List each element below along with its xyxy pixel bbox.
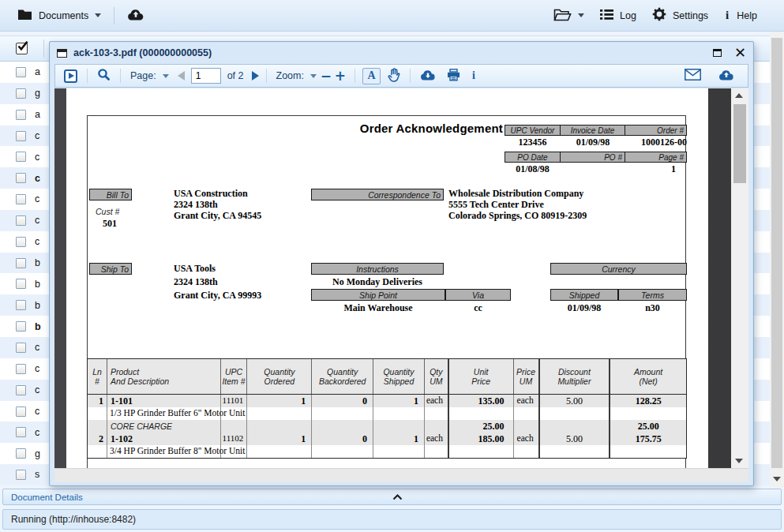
- row-checkbox[interactable]: [16, 194, 26, 204]
- header-page-number: Page #: [625, 152, 687, 163]
- row-checkbox[interactable]: [16, 448, 26, 459]
- items-column-header: QuantityBackordered: [311, 359, 373, 394]
- document-name-truncated: c: [35, 215, 39, 226]
- via-label: Via: [445, 289, 511, 301]
- page-label: Page:: [130, 70, 156, 81]
- row-checkbox[interactable]: [16, 215, 26, 226]
- document-name-truncated: c: [35, 363, 39, 374]
- item-cell: CORE CHARGE: [107, 420, 220, 433]
- header-invoice-date: Invoice Date: [561, 125, 625, 136]
- upload-to-cloud-button[interactable]: [716, 69, 737, 83]
- document-info-button[interactable]: i: [467, 69, 480, 82]
- item-cell: 5.00: [538, 395, 610, 407]
- folder-open-icon: [553, 8, 572, 24]
- row-checkbox[interactable]: [16, 385, 26, 395]
- item-description: 1/3 HP Grinder Buffer 6" Motor Unit: [110, 408, 245, 418]
- items-column-header: UnitPrice: [448, 359, 513, 394]
- ship-to-label: Ship To: [89, 263, 132, 275]
- row-checkbox[interactable]: [16, 67, 26, 77]
- scroll-down-arrow-icon[interactable]: [735, 459, 743, 463]
- row-checkbox[interactable]: [16, 427, 26, 437]
- upload-button[interactable]: [119, 0, 152, 31]
- row-checkbox[interactable]: [16, 258, 26, 268]
- scroll-down-arrow-icon[interactable]: [773, 477, 781, 481]
- chevron-down-icon: [578, 13, 584, 17]
- item-cell: 11102: [220, 433, 247, 445]
- scrollbar-thumb[interactable]: [733, 104, 746, 183]
- row-checkbox[interactable]: [16, 364, 26, 374]
- row-checkbox[interactable]: [16, 88, 26, 99]
- previous-page-button[interactable]: [178, 71, 185, 81]
- bill-to-label: Bill To: [89, 189, 132, 200]
- documents-menu-button[interactable]: Documents: [9, 0, 109, 31]
- item-cell: [424, 420, 448, 433]
- row-checkbox[interactable]: [16, 173, 26, 183]
- row-checkbox[interactable]: [16, 321, 26, 332]
- cloud-download-icon: [420, 69, 436, 83]
- zoom-menu-button[interactable]: Zoom:: [274, 70, 319, 81]
- document-name-truncated: c: [35, 173, 40, 184]
- item-cell: each: [513, 395, 538, 407]
- pan-tool-button[interactable]: [385, 68, 403, 84]
- item-cell: [609, 407, 686, 420]
- item-cell: 0: [311, 433, 373, 445]
- viewer-scrollbar[interactable]: [731, 88, 748, 468]
- email-button[interactable]: [682, 69, 703, 83]
- line-items-table: Ln#ProductAnd DescriptionUPCItem #Quanti…: [87, 358, 687, 459]
- row-checkbox[interactable]: [16, 279, 26, 289]
- item-cell: 1-102: [107, 433, 220, 445]
- scroll-up-arrow-icon[interactable]: [735, 93, 743, 98]
- main-scrollbar[interactable]: [770, 32, 784, 487]
- row-checkbox[interactable]: [16, 131, 26, 141]
- scrollbar-thumb[interactable]: [771, 38, 782, 468]
- correspondence-to-label: Correspondence To: [311, 189, 444, 200]
- print-button[interactable]: [445, 69, 463, 84]
- zoom-out-button[interactable]: −: [319, 69, 333, 82]
- status-text: Running (http://inhouse:8482): [11, 514, 136, 525]
- row-checkbox[interactable]: [16, 343, 26, 353]
- log-button[interactable]: Log: [592, 0, 644, 31]
- order-info-table: UPC Vendor Invoice Date Order # 123456 0…: [505, 125, 687, 176]
- toolbar-divider: [114, 7, 114, 24]
- row-checkbox[interactable]: [16, 470, 26, 480]
- document-details-bar[interactable]: Document Details: [2, 489, 782, 505]
- documents-menu-label: Documents: [39, 10, 88, 21]
- horizontal-scroll-area[interactable]: [54, 468, 748, 482]
- download-button[interactable]: [418, 69, 438, 83]
- search-button[interactable]: [95, 68, 113, 84]
- row-checkbox[interactable]: [16, 237, 26, 247]
- item-line: 11-10111101101each135.00each5.00128.25: [88, 395, 686, 407]
- log-label: Log: [620, 10, 636, 21]
- row-checkbox[interactable]: [16, 110, 26, 120]
- currency-label: Currency: [550, 263, 687, 275]
- maximize-button[interactable]: [713, 49, 722, 57]
- text-select-button[interactable]: A: [362, 68, 381, 84]
- row-checkbox[interactable]: [16, 152, 26, 162]
- settings-label: Settings: [673, 10, 708, 21]
- shipped-value: 01/09/98: [550, 302, 618, 314]
- terms-value: n30: [618, 302, 687, 314]
- item-cell: [373, 445, 424, 458]
- list-icon: [600, 9, 613, 23]
- item-cell: [538, 420, 610, 433]
- item-cell: 1: [246, 395, 311, 407]
- upc-vendor-value: 123456: [505, 136, 561, 149]
- settings-button[interactable]: Settings: [644, 0, 716, 31]
- item-cell: [88, 407, 107, 420]
- open-document-button[interactable]: [546, 0, 592, 31]
- thumbnails-panel-button[interactable]: [62, 69, 80, 83]
- item-cell: [424, 407, 448, 420]
- help-button[interactable]: i Help: [716, 0, 765, 31]
- row-checkbox[interactable]: [16, 300, 26, 310]
- next-page-button[interactable]: [252, 71, 259, 81]
- zoom-in-button[interactable]: +: [333, 69, 347, 82]
- row-checkbox[interactable]: [16, 406, 26, 417]
- gear-icon: [652, 7, 666, 24]
- item-cell: 5.00: [538, 433, 610, 445]
- chevron-up-icon[interactable]: [392, 493, 774, 502]
- page-number-input[interactable]: [191, 68, 221, 84]
- select-all-checkbox[interactable]: [16, 43, 28, 54]
- close-button[interactable]: ✕: [734, 47, 746, 58]
- item-cell: each: [424, 433, 448, 445]
- page-menu-button[interactable]: Page:: [128, 70, 171, 81]
